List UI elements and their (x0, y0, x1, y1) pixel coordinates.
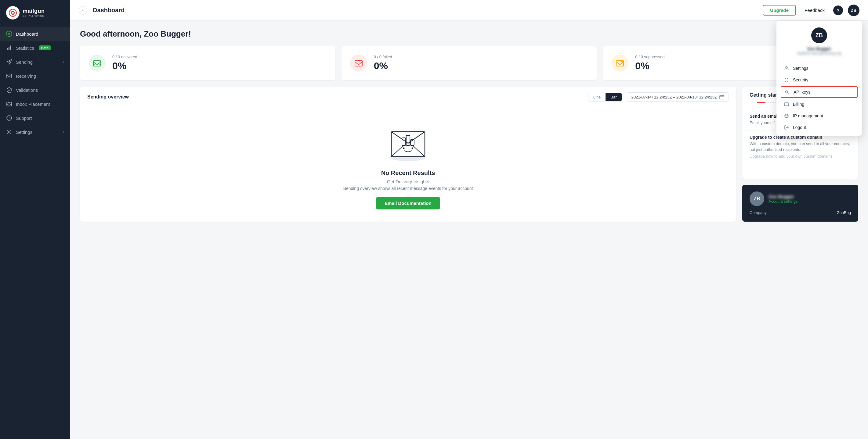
delivered-info: 0 / 0 delivered 0% (112, 55, 137, 72)
sidebar-item-statistics[interactable]: Statistics Beta (0, 41, 70, 55)
sidebar-item-label-sending: Sending (16, 60, 33, 65)
dashboard-icon (6, 31, 12, 37)
suppressed-icon (615, 58, 625, 68)
svg-point-26 (785, 91, 788, 93)
account-card: ZB Zoo Bugger Account settings Company Z… (742, 185, 858, 222)
brand-sub: BY PATHWIRE (23, 14, 45, 18)
dropdown-billing-label: Billing (793, 102, 804, 107)
shield-icon (784, 77, 789, 82)
sidebar-item-receiving[interactable]: Receiving (0, 69, 70, 83)
view-bar-button[interactable]: Bar (606, 93, 621, 101)
stat-card-delivered: 0 / 0 delivered 0% (80, 46, 335, 80)
date-range-picker[interactable]: 2021-07-14T12:24:23Z – 2021-08-13T12:24:… (627, 92, 729, 102)
help-button[interactable]: ? (833, 5, 843, 15)
svg-point-1 (12, 12, 14, 14)
suppressed-icon-wrap (611, 55, 628, 72)
suppressed-value: 0% (635, 60, 664, 72)
dropdown-item-billing[interactable]: Billing (776, 98, 862, 110)
main-content: ‹ Dashboard Upgrade Feedback ? ZB Good a… (70, 0, 868, 439)
sending-icon (6, 59, 12, 65)
dropdown-avatar: ZB (811, 28, 827, 43)
view-toggle: Line Bar (588, 93, 622, 102)
sidebar-item-support[interactable]: Support (0, 111, 70, 125)
delivered-value: 0% (112, 60, 137, 72)
dropdown-apikeys-label: API keys (794, 90, 810, 95)
svg-rect-12 (93, 61, 101, 66)
view-line-button[interactable]: Line (588, 93, 606, 101)
no-results-subtitle: Get Delivery Insights (387, 179, 429, 184)
svg-rect-27 (784, 103, 789, 106)
dropdown-logout-label: Logout (793, 125, 806, 130)
overview-empty-state: No Recent Results Get Delivery Insights … (80, 107, 736, 222)
logo[interactable]: mailgun BY PATHWIRE (0, 0, 70, 27)
delivered-icon (92, 58, 102, 68)
support-icon (6, 115, 12, 121)
sidebar-item-validations[interactable]: Validations (0, 83, 70, 97)
beta-badge: Beta (39, 45, 51, 50)
suppressed-label: 0 / 0 suppressed (635, 55, 664, 59)
sidebar-item-dashboard[interactable]: Dashboard (0, 27, 70, 41)
svg-rect-13 (355, 61, 362, 66)
receiving-icon (6, 73, 12, 79)
svg-rect-6 (10, 45, 11, 50)
topbar-actions: Upgrade Feedback ? ZB (763, 5, 860, 16)
user-avatar-button[interactable]: ZB (848, 5, 860, 16)
company-value: ZooBug (837, 210, 851, 215)
stats-row: 0 / 0 delivered 0% 0 / 0 failed 0% (80, 46, 858, 80)
sidebar-item-sending[interactable]: Sending › (0, 55, 70, 69)
collapse-sidebar-button[interactable]: ‹ (79, 6, 87, 14)
sending-overview-card: Sending overview Line Bar 2021-07-14T12:… (80, 87, 736, 222)
gs-upgrade-desc: With a custom domain, you can send to al… (750, 141, 851, 153)
page-content: Good afternoon, Zoo Bugger! 0 / 0 delive… (70, 21, 868, 439)
dropdown-item-api-keys[interactable]: API keys (781, 86, 858, 98)
failed-info: 0 / 0 failed 0% (374, 55, 392, 72)
gs-upgrade-note: Upgrade now to add your own custom domai… (750, 154, 851, 159)
overview-title: Sending overview (87, 94, 583, 100)
dropdown-settings-label: Settings (793, 66, 808, 71)
upgrade-button[interactable]: Upgrade (763, 5, 796, 15)
sidebar-item-settings[interactable]: Settings › (0, 125, 70, 139)
failed-icon (354, 58, 364, 68)
dropdown-item-security[interactable]: Security (776, 74, 862, 86)
settings-icon (6, 129, 12, 135)
dropdown-user-name: Zoo Bugger (807, 46, 831, 51)
failed-value: 0% (374, 60, 392, 72)
dropdown-item-logout[interactable]: Logout (776, 122, 862, 133)
svg-point-25 (785, 66, 787, 68)
sending-chevron: › (63, 60, 64, 64)
svg-rect-5 (8, 47, 9, 50)
delivered-label: 0 / 0 delivered (112, 55, 137, 59)
person-icon (784, 66, 789, 71)
calendar-icon (719, 95, 724, 99)
sidebar-item-label-statistics: Statistics (16, 45, 34, 50)
account-row: ZB Zoo Bugger Account settings (750, 192, 851, 206)
statistics-icon (6, 45, 12, 51)
sidebar-item-label-inbox-placement: Inbox Placement (16, 102, 50, 107)
page-title: Dashboard (93, 7, 763, 14)
svg-rect-8 (7, 102, 11, 106)
svg-rect-7 (7, 74, 11, 78)
svg-point-3 (8, 33, 10, 35)
no-results-desc: Sending overview shows all recent messag… (343, 186, 473, 191)
suppressed-info: 0 / 0 suppressed 0% (635, 55, 664, 72)
key-icon (784, 89, 790, 95)
svg-point-24 (412, 147, 413, 149)
sidebar-item-label-validations: Validations (16, 88, 38, 93)
svg-point-23 (403, 147, 405, 149)
greeting-text: Good afternoon, Zoo Bugger! (80, 29, 858, 39)
account-settings-link[interactable]: Account settings (769, 199, 798, 204)
delivered-icon-wrap (89, 55, 105, 72)
dropdown-header: ZB Zoo Bugger zb@test.danc@zoobug.org (776, 21, 862, 60)
stat-card-failed: 0 / 0 failed 0% (342, 46, 597, 80)
sidebar-item-inbox-placement[interactable]: Inbox Placement (0, 97, 70, 111)
empty-envelope-illustration (384, 123, 432, 162)
sidebar-item-label-receiving: Receiving (16, 73, 36, 79)
dropdown-item-ip-management[interactable]: IP management (776, 110, 862, 122)
sidebar-item-label-dashboard: Dashboard (16, 31, 38, 37)
account-info: Zoo Bugger Account settings (769, 194, 798, 204)
dropdown-item-settings[interactable]: Settings (776, 63, 862, 74)
company-label: Company (750, 210, 767, 215)
email-documentation-button[interactable]: Email Documentation (376, 197, 440, 209)
account-name: Zoo Bugger (769, 194, 798, 199)
feedback-button[interactable]: Feedback (801, 5, 828, 15)
